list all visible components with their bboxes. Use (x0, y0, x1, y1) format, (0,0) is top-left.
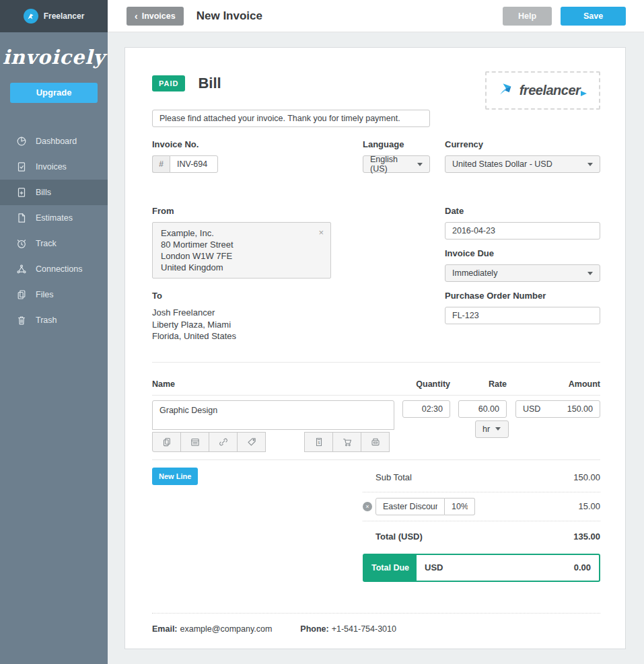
upgrade-button[interactable]: Upgrade (10, 83, 98, 103)
total-due-value: 0.00 (574, 562, 591, 573)
company-logo-box[interactable]: freelancer (485, 71, 600, 110)
email-value: example@company.com (180, 624, 273, 634)
logo-swoosh-icon (581, 91, 587, 96)
total-row: Total (USD) 135.00 (363, 525, 600, 548)
save-button[interactable]: Save (561, 7, 626, 26)
footer-email: Email:example@company.com (152, 624, 272, 634)
to-line: Florida, United States (152, 330, 331, 342)
unit-value: hr (482, 425, 490, 434)
sidebar-item-estimates[interactable]: Estimates (0, 205, 108, 231)
invoice-due-select[interactable]: Immediately (445, 264, 600, 282)
to-address[interactable]: Josh Freelancer Liberty Plaza, Miami Flo… (152, 307, 331, 342)
amount-column-header: Amount (515, 379, 600, 389)
discount-name-input[interactable] (375, 498, 445, 515)
company-logo-text: freelancer (520, 83, 581, 98)
help-button[interactable]: Help (503, 7, 552, 26)
items-table-header: Name Quantity Rate Amount (152, 379, 600, 396)
invoice-message-input[interactable] (152, 110, 430, 127)
sidebar-item-invoices[interactable]: Invoices (0, 154, 108, 180)
date-input[interactable] (445, 222, 600, 239)
document-plus-icon (16, 187, 27, 198)
amount-currency: USD (523, 404, 540, 414)
invoice-title: Bill (198, 75, 221, 92)
new-line-button[interactable]: New Line (152, 468, 198, 485)
date-field: Date (445, 206, 600, 239)
chevron-left-icon: ‹ (135, 11, 138, 21)
discount-row: × 15.00 (363, 492, 600, 521)
message-row (152, 110, 600, 127)
page-title: New Invoice (196, 9, 262, 23)
calendar-icon (190, 437, 201, 447)
invoice-number-prefix: # (152, 155, 170, 173)
invoice-due-field: Invoice Due Immediately (445, 248, 600, 282)
sidebar-item-bills[interactable]: Bills (0, 180, 108, 205)
main-content: PAID Bill freelancer Invoice No. (108, 32, 644, 664)
pie-chart-icon (16, 136, 27, 147)
trash-icon (16, 315, 27, 326)
subtotal-row: Sub Total 150.00 (363, 468, 600, 488)
discount-percent-input[interactable] (445, 498, 475, 515)
calendar-button[interactable] (180, 432, 209, 452)
sidebar-item-label: Bills (36, 188, 51, 197)
quantity-input[interactable] (402, 400, 450, 418)
section-divider (152, 459, 600, 460)
from-line: Example, Inc. (161, 227, 322, 239)
sidebar-item-dashboard[interactable]: Dashboard (0, 128, 108, 154)
duplicate-line-button[interactable] (152, 432, 181, 452)
link-button[interactable] (209, 432, 238, 452)
receipt-icon: $ (314, 437, 324, 447)
back-to-invoices-button[interactable]: ‹ Invoices (127, 7, 184, 26)
meta-row: Invoice No. # Language English (US) Curr… (152, 139, 600, 173)
currency-select[interactable]: United States Dollar - USD (445, 155, 600, 173)
from-line: United Kingdom (161, 262, 322, 273)
close-icon[interactable]: × (318, 227, 324, 238)
copy-icon (162, 437, 172, 447)
sidebar-item-label: Trash (36, 316, 57, 325)
amount-value: 150.00 (567, 404, 593, 414)
totals-section: New Line Sub Total 150.00 × 15.00 Total … (152, 468, 600, 582)
link-icon (218, 437, 229, 447)
currency-field: Currency United States Dollar - USD (445, 139, 600, 173)
quantity-column-header: Quantity (402, 379, 450, 389)
from-address-box[interactable]: × Example, Inc. 80 Mortimer Street Londo… (152, 222, 331, 279)
shopping-cart-icon (342, 437, 353, 447)
item-name-textarea[interactable]: Graphic Design (152, 400, 394, 430)
billed-item-button[interactable]: $ (304, 432, 333, 452)
po-number-input[interactable] (445, 307, 600, 324)
document-icon (16, 213, 27, 223)
brand-header: Freelancer (0, 0, 108, 32)
topbar: ‹ Invoices New Invoice Help Save (108, 0, 644, 32)
invoice-number-input[interactable] (170, 155, 218, 173)
sidebar-nav: Dashboard Invoices Bills Estimates Track (0, 128, 108, 333)
remove-discount-icon[interactable]: × (363, 502, 372, 511)
sidebar-item-files[interactable]: Files (0, 282, 108, 307)
sidebar-item-trash[interactable]: Trash (0, 307, 108, 333)
caret-down-icon (495, 427, 501, 431)
app-logo: invoicely (0, 46, 108, 69)
from-line: London W1W 7FE (161, 250, 322, 262)
amount-box: USD 150.00 (515, 400, 600, 418)
network-icon (16, 264, 27, 274)
sidebar-item-connections[interactable]: Connections (0, 256, 108, 282)
cash-register-icon (370, 437, 381, 447)
total-due-label: Total Due (364, 555, 417, 581)
subtotal-label: Sub Total (375, 472, 412, 482)
register-button[interactable] (361, 432, 390, 452)
total-due-currency: USD (425, 562, 443, 573)
total-due-box: Total Due USD 0.00 (363, 554, 600, 582)
unit-select[interactable]: hr (475, 420, 509, 438)
language-select[interactable]: English (US) (363, 155, 430, 173)
rate-input[interactable] (458, 400, 507, 418)
cart-button[interactable] (332, 432, 361, 452)
sidebar: Freelancer invoicely Upgrade Dashboard I… (0, 0, 108, 664)
sidebar-item-track[interactable]: Track (0, 231, 108, 256)
tag-button[interactable] (237, 432, 266, 452)
freelancer-bird-logo-icon (499, 82, 516, 100)
name-column-header: Name (152, 379, 394, 389)
to-line: Josh Freelancer (152, 307, 331, 319)
sidebar-item-label: Estimates (36, 213, 73, 223)
rate-column-header: Rate (458, 379, 507, 389)
invoice-due-value: Immediately (452, 268, 587, 278)
section-divider (152, 362, 600, 363)
po-number-field: Purchase Order Number (445, 291, 600, 324)
